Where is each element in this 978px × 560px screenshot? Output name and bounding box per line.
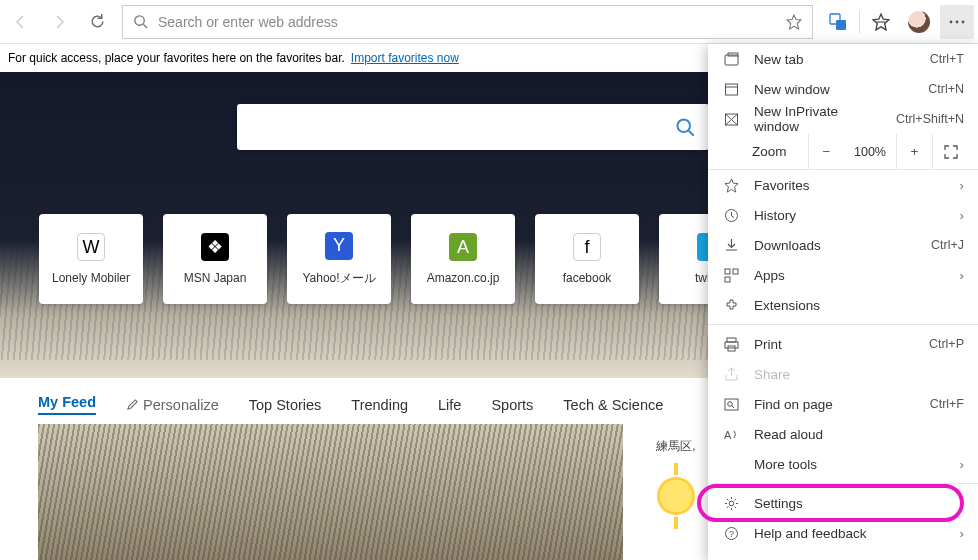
svg-rect-14 (725, 277, 730, 282)
chevron-right-icon: › (960, 457, 965, 472)
fullscreen-button[interactable] (932, 134, 968, 170)
print-icon (722, 337, 740, 352)
menu-apps[interactable]: Apps › (708, 260, 978, 290)
download-icon (722, 238, 740, 253)
svg-rect-13 (733, 269, 738, 274)
svg-point-0 (135, 16, 144, 25)
browser-toolbar: Search or enter web address (0, 0, 978, 44)
zoom-value: 100% (844, 145, 896, 159)
chevron-right-icon: › (960, 208, 965, 223)
app-menu: New tab Ctrl+T New window Ctrl+N New InP… (708, 44, 978, 560)
menu-read-aloud[interactable]: A Read aloud (708, 419, 978, 449)
pencil-icon (126, 398, 139, 411)
feed-tab-techsci[interactable]: Tech & Science (563, 397, 663, 413)
svg-rect-15 (727, 338, 736, 342)
svg-text:?: ? (729, 529, 734, 539)
new-tab-search[interactable] (237, 104, 709, 150)
feed-tab-myfeed[interactable]: My Feed (38, 394, 96, 415)
tile-icon: A (449, 233, 477, 261)
quick-link-tile[interactable]: ❖ MSN Japan (163, 214, 267, 304)
extensions-icon (722, 298, 740, 313)
tile-label: facebook (563, 271, 612, 285)
back-button[interactable] (4, 5, 38, 39)
weather-location: 練馬区, (643, 438, 709, 455)
svg-point-21 (729, 501, 734, 506)
svg-point-5 (962, 20, 965, 23)
menu-new-tab[interactable]: New tab Ctrl+T (708, 44, 978, 74)
tile-label: Lonely Mobiler (52, 271, 130, 285)
find-icon (722, 397, 740, 412)
window-icon (722, 82, 740, 97)
weather-card[interactable]: 練馬区, (643, 424, 709, 560)
favorites-icon (722, 178, 740, 193)
svg-rect-16 (725, 342, 738, 348)
menu-share: Share (708, 359, 978, 389)
tile-icon: f (573, 233, 601, 261)
quick-links: W Lonely Mobiler❖ MSN JapanY Yahoo!メールA … (39, 214, 763, 304)
sun-icon (657, 477, 695, 515)
inprivate-icon (722, 112, 740, 127)
quick-link-tile[interactable]: f facebook (535, 214, 639, 304)
tile-icon: Y (325, 232, 353, 260)
favorite-icon[interactable] (786, 14, 802, 30)
svg-point-4 (956, 20, 959, 23)
svg-point-3 (950, 20, 953, 23)
feed-article-card[interactable] (38, 424, 623, 560)
apps-icon (722, 268, 740, 283)
favorites-bar-text: For quick access, place your favorites h… (8, 51, 345, 65)
zoom-in-button[interactable]: + (896, 134, 932, 170)
address-bar[interactable]: Search or enter web address (122, 5, 813, 39)
menu-downloads[interactable]: Downloads Ctrl+J (708, 230, 978, 260)
svg-rect-18 (725, 399, 738, 410)
menu-more-tools[interactable]: More tools › (708, 449, 978, 479)
quick-link-tile[interactable]: W Lonely Mobiler (39, 214, 143, 304)
share-icon (722, 367, 740, 382)
chevron-right-icon: › (960, 178, 965, 193)
more-button[interactable] (940, 5, 974, 39)
feed-tab-topstories[interactable]: Top Stories (249, 397, 322, 413)
chevron-right-icon: › (960, 268, 965, 283)
svg-rect-12 (725, 269, 730, 274)
svg-point-19 (727, 401, 732, 406)
zoom-out-button[interactable]: − (808, 134, 844, 170)
tile-icon: W (77, 233, 105, 261)
quick-link-tile[interactable]: A Amazon.co.jp (411, 214, 515, 304)
search-icon (133, 14, 148, 29)
gear-icon (722, 496, 740, 511)
quick-link-tile[interactable]: Y Yahoo!メール (287, 214, 391, 304)
menu-history[interactable]: History › (708, 200, 978, 230)
menu-settings[interactable]: Settings (708, 488, 978, 518)
svg-rect-9 (725, 84, 737, 95)
menu-find[interactable]: Find on page Ctrl+F (708, 389, 978, 419)
tile-label: Yahoo!メール (302, 270, 375, 287)
search-icon (675, 117, 695, 137)
read-aloud-icon: A (722, 427, 740, 442)
address-placeholder: Search or enter web address (158, 14, 338, 30)
tile-label: MSN Japan (184, 271, 247, 285)
menu-zoom: Zoom − 100% + (708, 134, 978, 170)
favorites-button-toolbar[interactable] (864, 5, 898, 39)
translate-icon[interactable] (821, 5, 855, 39)
feed-tab-life[interactable]: Life (438, 397, 461, 413)
menu-help[interactable]: ? Help and feedback › (708, 518, 978, 548)
svg-text:A: A (724, 429, 732, 441)
history-icon (722, 208, 740, 223)
svg-point-6 (678, 120, 691, 133)
feed-tab-trending[interactable]: Trending (351, 397, 408, 413)
menu-new-window[interactable]: New window Ctrl+N (708, 74, 978, 104)
menu-print[interactable]: Print Ctrl+P (708, 329, 978, 359)
forward-button[interactable] (42, 5, 76, 39)
new-tab-icon (722, 52, 740, 67)
menu-extensions[interactable]: Extensions (708, 290, 978, 320)
tile-label: Amazon.co.jp (427, 271, 500, 285)
chevron-right-icon: › (960, 526, 965, 541)
menu-favorites[interactable]: Favorites › (708, 170, 978, 200)
help-icon: ? (722, 526, 740, 541)
import-favorites-link[interactable]: Import favorites now (351, 51, 459, 65)
profile-avatar[interactable] (902, 5, 936, 39)
menu-inprivate[interactable]: New InPrivate window Ctrl+Shift+N (708, 104, 978, 134)
feed-tab-sports[interactable]: Sports (491, 397, 533, 413)
feed-tab-personalize[interactable]: Personalize (126, 397, 219, 413)
tile-icon: ❖ (201, 233, 229, 261)
refresh-button[interactable] (80, 5, 114, 39)
